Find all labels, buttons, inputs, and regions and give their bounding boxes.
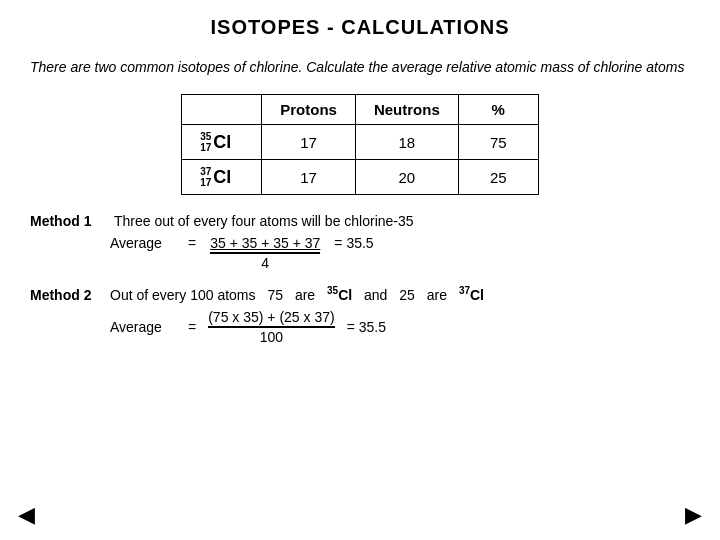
cl37-symbol: Cl	[213, 167, 231, 188]
method2-denominator: 100	[260, 328, 283, 345]
cl35-neutrons: 18	[355, 125, 458, 160]
cl35-protons: 17	[262, 125, 356, 160]
method1-label: Method 1	[30, 213, 110, 229]
method2-desc-25: 25	[399, 287, 415, 303]
method2-equals: =	[188, 319, 196, 335]
method1-section: Method 1 Three out of every four atoms w…	[30, 213, 690, 271]
method2-desc-and: and	[364, 287, 387, 303]
method2-isotope1-symbol: Cl	[338, 287, 352, 303]
table-header-percent: %	[458, 95, 538, 125]
method2-desc-are: are	[295, 287, 315, 303]
cl35-atomic-num: 17	[200, 142, 211, 153]
method2-fraction: (75 x 35) + (25 x 37) 100	[208, 309, 334, 345]
cl37-atomic-num: 17	[200, 177, 211, 188]
method2-row: Method 2 Out of every 100 atoms 75 are 3…	[30, 285, 690, 303]
method2-desc-are2: are	[427, 287, 447, 303]
intro-text: There are two common isotopes of chlorin…	[30, 57, 690, 78]
cl37-mass: 37	[200, 166, 211, 177]
table-header-neutrons: Neutrons	[355, 95, 458, 125]
page-wrapper: ISOTOPES - CALCULATIONS There are two co…	[0, 0, 720, 540]
method2-desc-75: 75	[267, 287, 283, 303]
method2-avg-label: Average	[110, 319, 180, 335]
isotopes-table-container: Protons Neutrons % 35 17 Cl	[30, 94, 690, 195]
method2-average-row: Average = (75 x 35) + (25 x 37) 100 = 35…	[110, 309, 690, 345]
method1-avg-label: Average	[110, 235, 180, 251]
cl37-percent: 25	[458, 160, 538, 195]
table-row: 35 17 Cl 17 18 75	[182, 125, 539, 160]
cl37-neutrons: 20	[355, 160, 458, 195]
cl35-percent: 75	[458, 125, 538, 160]
method1-average-row: Average = 35 + 35 + 35 + 37 4 = 35.5	[110, 235, 690, 271]
method2-isotope1: 35Cl	[327, 285, 352, 303]
table-row: 37 17 Cl 17 20 25	[182, 160, 539, 195]
method1-numerator: 35 + 35 + 35 + 37	[210, 235, 320, 254]
method2-numerator: (75 x 35) + (25 x 37)	[208, 309, 334, 328]
cl35-symbol: Cl	[213, 132, 231, 153]
table-header-isotope	[182, 95, 262, 125]
method2-section: Method 2 Out of every 100 atoms 75 are 3…	[30, 285, 690, 345]
isotope-cl37-cell: 37 17 Cl	[182, 160, 262, 195]
method2-isotope2-mass: 37	[459, 285, 470, 296]
method1-description: Three out of every four atoms will be ch…	[114, 213, 414, 229]
method2-result: = 35.5	[347, 319, 386, 335]
method2-isotope2-symbol: Cl	[470, 287, 484, 303]
method1-equals: =	[188, 235, 196, 251]
cl35-mass: 35	[200, 131, 211, 142]
nav-left-button[interactable]: ◀	[18, 502, 35, 528]
method1-row: Method 1 Three out of every four atoms w…	[30, 213, 690, 229]
method1-denominator: 4	[261, 254, 269, 271]
method2-description: Out of every 100 atoms 75 are 35Cl and 2…	[110, 285, 484, 303]
page-title: ISOTOPES - CALCULATIONS	[30, 16, 690, 39]
method2-desc-prefix: Out of every 100 atoms	[110, 287, 256, 303]
method2-label: Method 2	[30, 287, 110, 303]
nav-right-button[interactable]: ▶	[685, 502, 702, 528]
method1-result: = 35.5	[334, 235, 373, 251]
isotopes-table: Protons Neutrons % 35 17 Cl	[181, 94, 539, 195]
isotope-cl35-cell: 35 17 Cl	[182, 125, 262, 160]
table-header-protons: Protons	[262, 95, 356, 125]
cl37-protons: 17	[262, 160, 356, 195]
method2-isotope2: 37Cl	[459, 285, 484, 303]
method1-fraction: 35 + 35 + 35 + 37 4	[210, 235, 320, 271]
method2-isotope1-mass: 35	[327, 285, 338, 296]
